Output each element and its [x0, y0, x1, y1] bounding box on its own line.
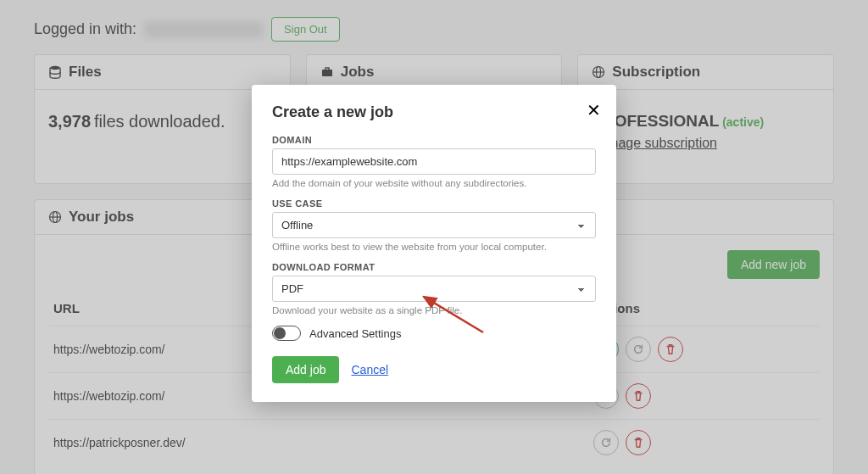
advanced-settings-label: Advanced Settings: [309, 327, 401, 340]
use-case-label: USE CASE: [272, 198, 596, 209]
modal-overlay: Create a new job ✕ DOMAIN Add the domain…: [0, 0, 868, 474]
use-case-hint: Offline works best to view the website f…: [272, 242, 596, 252]
format-hint: Download your website as a single PDF fi…: [272, 305, 596, 315]
domain-hint: Add the domain of your website without a…: [272, 178, 596, 188]
format-label: DOWNLOAD FORMAT: [272, 262, 596, 272]
create-job-modal: Create a new job ✕ DOMAIN Add the domain…: [252, 85, 616, 402]
advanced-settings-toggle[interactable]: [272, 326, 301, 341]
close-icon[interactable]: ✕: [587, 100, 601, 120]
domain-input[interactable]: [272, 148, 596, 175]
use-case-select[interactable]: Offline: [272, 212, 596, 238]
modal-title: Create a new job: [272, 103, 596, 121]
add-job-button[interactable]: Add job: [272, 356, 339, 383]
domain-label: DOMAIN: [272, 135, 596, 145]
format-select[interactable]: PDF: [272, 276, 596, 302]
cancel-link[interactable]: Cancel: [351, 363, 388, 376]
